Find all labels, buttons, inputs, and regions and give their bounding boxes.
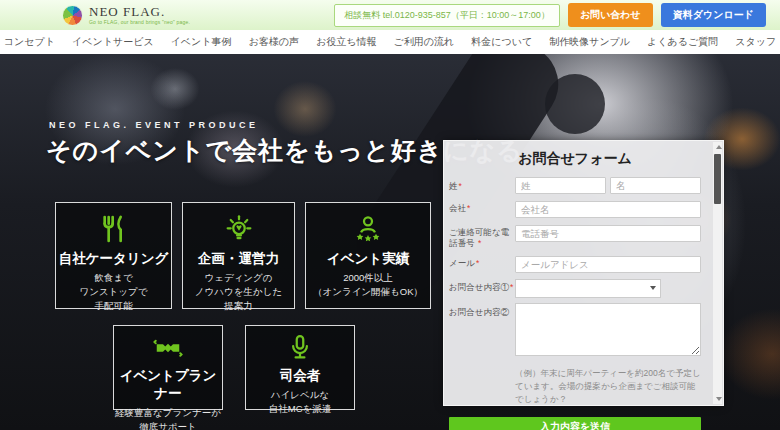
logo-tagline: Go to FLAG, our brand brings "neo" page. — [89, 20, 190, 25]
card-line: 手配可能 — [56, 299, 171, 313]
card-line: （オンライン開催もOK） — [306, 285, 430, 299]
nav-item-concept[interactable]: コンセプト — [4, 35, 55, 49]
card-line: 経験豊富なプランナーが — [114, 406, 222, 420]
card-line: 2000件以上 — [306, 271, 430, 285]
feature-cards-row-2: イベントプランナー 経験豊富なプランナーが 徹底サポート 司会者 ハイレベルな … — [113, 325, 355, 410]
card-line: 提案力 — [183, 299, 294, 313]
scroll-up-icon[interactable] — [716, 145, 722, 149]
card-line: ノウハウを生かした — [183, 285, 294, 299]
feature-card-planning: 企画・運営力 ウェディングの ノウハウを生かした 提案力 — [182, 202, 295, 309]
required-mark: * — [467, 203, 470, 213]
hero-eyebrow: NEO FLAG. EVENT PRODUCE — [49, 120, 259, 130]
inquiry2-label: お問合せ内容② — [449, 303, 515, 360]
neo-flag-logo-icon — [62, 5, 83, 26]
card-line: 自社MCを派遣 — [246, 402, 354, 416]
microphone-icon — [246, 333, 354, 363]
phone-input[interactable] — [515, 225, 701, 242]
card-title: 司会者 — [246, 367, 354, 385]
required-mark: * — [459, 181, 462, 191]
email-label: メール* — [449, 254, 515, 273]
chevron-down-icon — [650, 286, 656, 290]
last-name-input[interactable] — [515, 177, 606, 194]
contact-form: お問合せフォーム 姓* 会社* ご連絡可能な電話番号 * メール* — [443, 140, 724, 406]
company-label: 会社* — [449, 199, 515, 218]
feature-card-mc: 司会者 ハイレベルな 自社MCを派遣 — [245, 325, 355, 410]
nav-item-video-samples[interactable]: 制作映像サンプル — [549, 35, 630, 49]
example-note: （例）年末に周年パーティーを約200名で予定しています。会場の提案から企画までご… — [515, 367, 701, 405]
card-line: ハイレベルな — [246, 388, 354, 402]
feature-card-planner: イベントプランナー 経験豊富なプランナーが 徹底サポート — [113, 325, 223, 410]
last-name-label: 姓* — [449, 177, 515, 194]
card-line: ワンストップで — [56, 285, 171, 299]
main-nav: コンセプト イベントサービス イベント事例 お客様の声 お役立ち情報 ご利用の流… — [0, 30, 780, 54]
nav-item-useful-info[interactable]: お役立ち情報 — [316, 35, 376, 49]
feature-cards-row-1: 自社ケータリング 飲食まで ワンストップで 手配可能 企画・運営力 ウェディング — [55, 202, 431, 309]
nav-item-event-service[interactable]: イベントサービス — [72, 35, 154, 49]
logo[interactable]: NEO FLAG. Go to FLAG, our brand brings "… — [62, 5, 190, 26]
hero-section: NEO FLAG. EVENT PRODUCE そのイベントで会社をもっと好きに… — [0, 54, 780, 430]
required-mark: * — [476, 258, 479, 268]
card-line: 飲食まで — [56, 271, 171, 285]
download-button[interactable]: 資料ダウンロード — [661, 3, 766, 27]
card-title: イベント実績 — [306, 250, 430, 268]
email-input[interactable] — [515, 256, 701, 273]
nav-item-usage-flow[interactable]: ご利用の流れ — [394, 35, 455, 49]
scroll-down-icon[interactable] — [716, 397, 722, 401]
card-line: 徹底サポート — [114, 420, 222, 430]
scrollbar-thumb[interactable] — [714, 154, 721, 204]
inquiry1-label: お問合せ内容①* — [449, 278, 515, 298]
inquiry-type-select[interactable] — [515, 279, 661, 298]
required-mark: * — [478, 238, 481, 248]
nav-item-customer-voice[interactable]: お客様の声 — [249, 35, 299, 49]
contact-button[interactable]: お問い合わせ — [568, 3, 653, 27]
phone-info-box: 相談無料 tel.0120-935-857（平日：10:00～17:00） — [334, 4, 560, 27]
logo-name: NEO FLAG. — [89, 5, 190, 18]
required-mark: * — [510, 282, 513, 292]
lightbulb-icon — [183, 212, 294, 246]
feature-card-track-record: イベント実績 2000件以上 （オンライン開催もOK） — [305, 202, 431, 309]
card-title: 企画・運営力 — [183, 250, 294, 268]
handshake-icon — [114, 333, 222, 363]
card-line: ウェディングの — [183, 271, 294, 285]
nav-item-staff[interactable]: スタッフ — [735, 35, 776, 49]
inquiry-detail-textarea[interactable] — [515, 303, 701, 356]
nav-item-faq[interactable]: よくあるご質問 — [647, 35, 718, 49]
feature-card-catering: 自社ケータリング 飲食まで ワンストップで 手配可能 — [55, 202, 172, 309]
company-input[interactable] — [515, 201, 701, 218]
utensils-icon — [56, 212, 171, 246]
submit-button[interactable]: 入力内容を送信 — [449, 417, 701, 430]
card-title: イベントプランナー — [114, 367, 222, 403]
nav-item-pricing[interactable]: 料金について — [471, 35, 532, 49]
nav-item-event-cases[interactable]: イベント事例 — [171, 35, 232, 49]
top-header-bar: NEO FLAG. Go to FLAG, our brand brings "… — [0, 0, 780, 30]
form-scrollbar[interactable] — [713, 142, 722, 404]
phone-label: ご連絡可能な電話番号 * — [449, 223, 515, 249]
contact-form-title: お問合せフォーム — [449, 150, 701, 168]
first-name-input[interactable] — [610, 177, 701, 194]
award-person-icon — [306, 212, 430, 246]
card-title: 自社ケータリング — [56, 250, 171, 268]
